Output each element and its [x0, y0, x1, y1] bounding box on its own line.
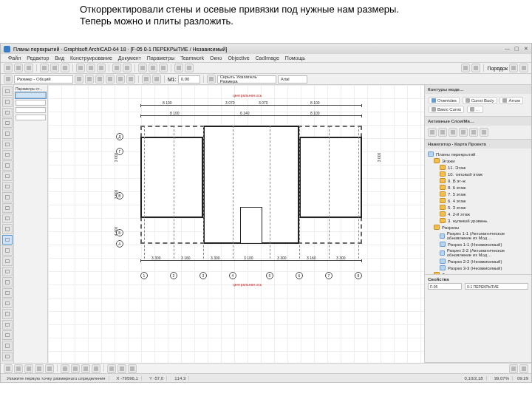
column-tool[interactable] — [2, 140, 13, 149]
new-button[interactable] — [4, 64, 13, 72]
ql-btn-2[interactable] — [438, 128, 447, 137]
qt-2[interactable] — [14, 364, 23, 373]
scheme-more[interactable]: … — [467, 106, 483, 113]
hotspot-tool[interactable] — [2, 330, 13, 340]
menu-cadimage[interactable]: CadImage — [256, 55, 279, 61]
drawing-canvas[interactable]: 8 100 3 070 3 070 8 100 8 100 6 140 8 10… — [48, 85, 424, 363]
nav-story-5[interactable]: 5. 3 этаж — [428, 204, 528, 211]
bring-front-button[interactable] — [509, 64, 518, 72]
scheme-arrow[interactable]: Arrow — [499, 97, 523, 104]
menu-options[interactable]: Параметры — [147, 55, 174, 61]
grid-button[interactable] — [471, 64, 480, 72]
nav-section-3[interactable]: Разрез 2-2 (Автоматическое обновление из… — [428, 248, 528, 258]
nav-story-6[interactable]: 6. 4 этаж — [428, 197, 528, 204]
snap-button[interactable] — [461, 64, 470, 72]
nav-section-1[interactable]: Разрез 1-1 (Автоматическое обновление из… — [428, 231, 528, 241]
scale-field[interactable]: 0,00 — [178, 75, 200, 83]
navigator-tree[interactable]: Планы перекрытий Этажи 11. Этаж 10. типо… — [425, 149, 531, 274]
door-tool[interactable] — [2, 118, 13, 128]
arrow-style-button[interactable] — [85, 75, 94, 83]
qt-zoom-in[interactable] — [519, 364, 528, 373]
prop-name-field[interactable]: 0-1 ПЕРЕКРЫТИЕ — [465, 283, 528, 290]
nav-story-10[interactable]: 10. типовой этаж — [428, 171, 528, 177]
qt-4[interactable] — [35, 364, 44, 373]
qt-3[interactable] — [24, 364, 33, 373]
nav-story-8[interactable]: 8. 6 этаж — [428, 184, 528, 191]
ql-btn-1[interactable] — [428, 128, 437, 137]
ql-btn-4[interactable] — [459, 128, 468, 137]
maximize-button[interactable]: ▢ — [514, 46, 519, 52]
dim-static-button[interactable] — [142, 75, 151, 83]
nav-story-9[interactable]: 9. В эт-ж — [428, 177, 528, 184]
menu-view[interactable]: Вид — [55, 55, 64, 61]
pen-button[interactable] — [75, 75, 83, 83]
scheme-constbody[interactable]: Const Body — [463, 97, 497, 104]
qt-1[interactable] — [4, 364, 13, 373]
qt-zoom-out[interactable] — [509, 364, 518, 373]
marquee-tool[interactable] — [2, 97, 13, 106]
polyline-tool[interactable] — [2, 309, 13, 318]
zone-tool[interactable] — [2, 214, 13, 223]
dim-arc-button[interactable] — [116, 75, 125, 83]
qt-10[interactable] — [107, 364, 116, 373]
pan-button[interactable] — [185, 64, 194, 72]
qt-11[interactable] — [117, 364, 126, 373]
zoom-level[interactable]: 39,07% — [491, 376, 513, 381]
prop-field-1[interactable] — [16, 100, 46, 106]
ql-btn-5[interactable] — [469, 128, 478, 137]
roof-tool[interactable] — [2, 171, 13, 181]
cut-button[interactable] — [76, 64, 85, 72]
menu-teamwork[interactable]: Teamwork — [180, 55, 204, 61]
dim-vertical-button[interactable] — [106, 75, 115, 83]
print-button[interactable] — [40, 64, 49, 72]
qt-9[interactable] — [92, 364, 100, 373]
undo-button[interactable] — [50, 64, 59, 72]
menu-help[interactable]: Помощь — [285, 55, 305, 61]
menu-objective[interactable]: Objective — [228, 55, 249, 61]
menu-document[interactable]: Документ — [118, 55, 141, 61]
nav-story-11[interactable]: 11. Этаж — [428, 164, 528, 171]
line-tool[interactable] — [2, 288, 13, 298]
nav-stories[interactable]: Этажи — [428, 157, 528, 164]
menu-window[interactable]: Окно — [210, 55, 222, 61]
dim-option[interactable]: Скрыть Указатель Размера — [217, 75, 276, 83]
figure-tool[interactable] — [2, 341, 13, 350]
dim-diag-button[interactable] — [126, 75, 135, 83]
nav-section-5[interactable]: Разрез 3-3 (Независимый) — [428, 265, 528, 271]
redo-button[interactable] — [61, 64, 69, 72]
qt-12[interactable] — [128, 364, 137, 373]
close-button[interactable]: ✕ — [524, 46, 528, 52]
prop-field-3[interactable] — [16, 115, 46, 120]
nav-section-2[interactable]: Разрез 1-1 (Независимый) — [428, 241, 528, 248]
qt-8[interactable] — [81, 364, 90, 373]
fill-tool[interactable] — [2, 277, 13, 287]
layers-button[interactable] — [138, 64, 147, 72]
slab-tool[interactable] — [2, 160, 13, 170]
arrow-tool[interactable] — [2, 86, 13, 96]
dim-linear-button[interactable] — [95, 75, 104, 83]
ql-btn-6[interactable] — [480, 128, 488, 137]
scheme-basicconst[interactable]: Basic Const — [429, 106, 464, 113]
window-tool[interactable] — [2, 129, 13, 138]
wall-tool[interactable] — [2, 108, 13, 117]
spline-tool[interactable] — [2, 320, 13, 330]
level-dim-tool[interactable] — [2, 245, 13, 255]
text-tool[interactable] — [2, 256, 13, 266]
dim-assoc-button[interactable] — [152, 75, 161, 83]
view-button[interactable] — [149, 64, 157, 72]
nav-section-4[interactable]: Разрез 2-2 (Независимый) — [428, 258, 528, 265]
zoom-button[interactable] — [174, 64, 183, 72]
ql-btn-3[interactable] — [449, 128, 457, 137]
menu-design[interactable]: Конструирование — [70, 55, 112, 61]
morph-tool[interactable] — [2, 224, 13, 233]
save-button[interactable] — [24, 64, 33, 72]
open-button[interactable] — [14, 64, 23, 72]
prop-preview[interactable] — [16, 92, 46, 98]
dimension-tool[interactable] — [2, 235, 13, 245]
nav-story-4[interactable]: 4. 2-й этаж — [428, 211, 528, 217]
menu-edit[interactable]: Редактор — [27, 55, 49, 61]
nav-story-3[interactable]: 3. нулевой уровень — [428, 217, 528, 224]
tool-settings-button[interactable] — [4, 75, 13, 83]
select-button[interactable] — [112, 64, 121, 72]
send-back-button[interactable] — [519, 64, 528, 72]
